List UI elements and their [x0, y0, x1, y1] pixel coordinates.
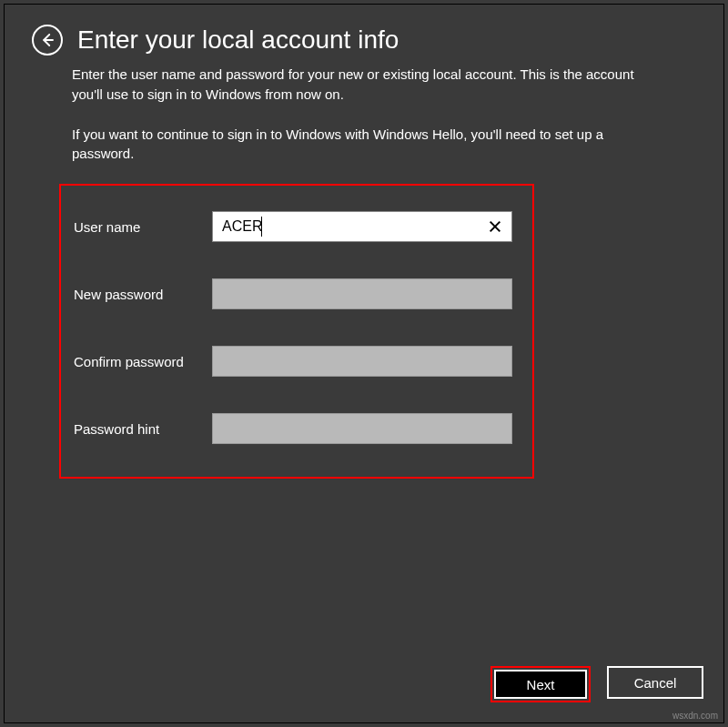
password-hint-label: Password hint: [74, 421, 212, 437]
page-title: Enter your local account info: [77, 25, 399, 55]
watermark: wsxdn.com: [672, 711, 718, 721]
password-hint-input[interactable]: [212, 413, 512, 444]
description-p1: Enter the user name and password for you…: [72, 65, 656, 105]
cancel-button[interactable]: Cancel: [607, 666, 703, 699]
username-input[interactable]: [212, 211, 512, 242]
confirm-password-label: Confirm password: [74, 354, 212, 369]
description-p2: If you want to continue to sign in to Wi…: [72, 125, 656, 165]
arrow-left-icon: [39, 32, 56, 48]
username-input-wrap: [212, 211, 512, 242]
username-row: User name: [74, 211, 520, 242]
next-button-highlight: Next: [490, 666, 591, 702]
username-label: User name: [74, 219, 212, 235]
clear-username-button[interactable]: [481, 211, 509, 242]
close-icon: [488, 219, 502, 234]
password-hint-row: Password hint: [74, 413, 520, 444]
header: Enter your local account info: [5, 5, 723, 65]
text-cursor: [261, 217, 262, 237]
form-highlight-box: User name New password Confirm password: [59, 184, 534, 479]
confirm-password-input[interactable]: [212, 346, 512, 377]
new-password-input[interactable]: [212, 278, 512, 309]
new-password-row: New password: [74, 278, 520, 309]
description: Enter the user name and password for you…: [5, 65, 723, 164]
new-password-label: New password: [74, 287, 212, 302]
back-button[interactable]: [32, 25, 63, 56]
next-button[interactable]: Next: [494, 670, 587, 699]
local-account-screen: Enter your local account info Enter the …: [4, 4, 724, 723]
confirm-password-row: Confirm password: [74, 346, 520, 377]
footer-buttons: Next Cancel: [490, 666, 703, 702]
